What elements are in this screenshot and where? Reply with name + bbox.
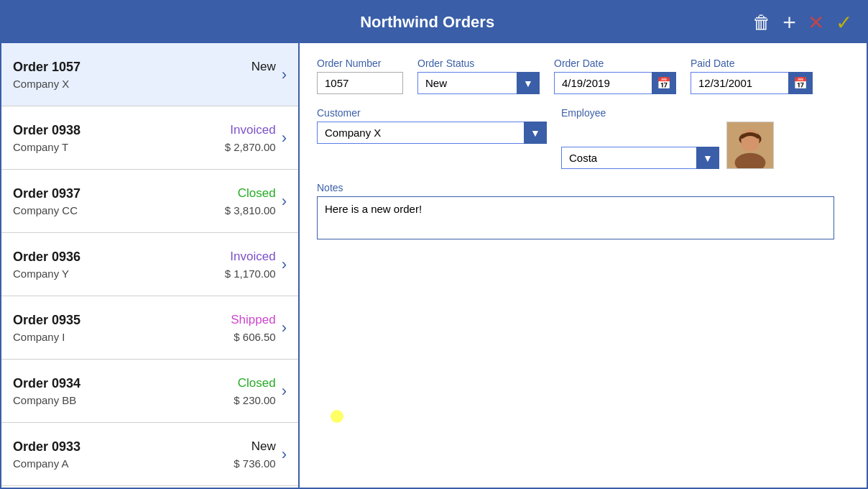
paid-date-calendar-icon[interactable]: 📅 xyxy=(788,72,813,94)
detail-row-2: Customer Company X Company T Company CC … xyxy=(317,107,849,169)
notes-label: Notes xyxy=(317,182,834,193)
employee-group: Employee Costa ▼ xyxy=(561,107,774,169)
order-date-label: Order Date xyxy=(554,58,676,69)
order-item-top: Order 0938 Invoiced xyxy=(13,123,276,138)
order-list[interactable]: Order 1057 New Company X › Order 0938 In… xyxy=(1,43,300,488)
order-number: Order 0933 xyxy=(13,439,80,454)
order-item-top: Order 0936 Invoiced xyxy=(13,250,276,265)
order-item-bottom: Company X xyxy=(13,78,276,90)
order-company: Company T xyxy=(13,141,68,153)
order-number-input[interactable] xyxy=(317,72,403,94)
order-status: Invoiced xyxy=(230,123,275,137)
order-status: Closed xyxy=(238,186,276,201)
order-company: Company Y xyxy=(13,268,69,280)
order-list-item[interactable]: Order 0933 New Company A $ 736.00 › xyxy=(1,423,298,486)
order-item-top: Order 0934 Closed xyxy=(13,376,276,391)
notes-textarea[interactable]: Here is a new order! xyxy=(317,196,834,239)
order-date-calendar-icon[interactable]: 📅 xyxy=(652,72,676,94)
order-amount: $ 736.00 xyxy=(234,457,275,470)
order-item-top: Order 1057 New xyxy=(13,60,276,75)
order-status: Shipped xyxy=(231,313,275,327)
header-actions: 🗑 + ✕ ✓ xyxy=(752,9,852,36)
order-item-content: Order 0935 Shipped Company I $ 606.50 xyxy=(13,313,276,343)
order-chevron-icon[interactable]: › xyxy=(282,65,287,84)
confirm-button[interactable]: ✓ xyxy=(836,11,852,35)
employee-photo xyxy=(726,122,774,169)
order-list-item[interactable]: Order 1057 New Company X › xyxy=(1,43,298,106)
app-header: Northwind Orders 🗑 + ✕ ✓ xyxy=(1,1,867,43)
employee-select-wrapper: Costa ▼ xyxy=(561,147,719,169)
order-date-group: Order Date 📅 xyxy=(554,58,676,94)
order-item-content: Order 0934 Closed Company BB $ 230.00 xyxy=(13,376,276,406)
order-company: Company BB xyxy=(13,394,76,406)
paid-date-group: Paid Date 📅 xyxy=(691,58,813,94)
order-list-item[interactable]: Order 0937 Closed Company CC $ 3,810.00 … xyxy=(1,170,298,233)
order-status-select-wrapper: New Invoiced Shipped Closed ▼ xyxy=(417,72,540,94)
order-status: Closed xyxy=(238,376,276,390)
detail-row-1: Order Number Order Status New Invoiced S… xyxy=(317,58,849,94)
close-button[interactable]: ✕ xyxy=(808,11,824,35)
order-item-bottom: Company T $ 2,870.00 xyxy=(13,141,276,153)
order-item-content: Order 0938 Invoiced Company T $ 2,870.00 xyxy=(13,123,276,153)
order-status-label: Order Status xyxy=(417,58,540,69)
order-company: Company I xyxy=(13,331,65,343)
order-number-group: Order Number xyxy=(317,58,403,94)
order-chevron-icon[interactable]: › xyxy=(282,129,287,147)
customer-group: Customer Company X Company T Company CC … xyxy=(317,107,547,169)
order-company: Company A xyxy=(13,457,69,470)
customer-select-wrapper: Company X Company T Company CC Company Y… xyxy=(317,122,547,144)
order-number: Order 0935 xyxy=(13,313,80,328)
order-item-top: Order 0935 Shipped xyxy=(13,313,276,328)
order-date-wrapper: 📅 xyxy=(554,72,676,94)
order-company: Company X xyxy=(13,78,69,90)
employee-row: Costa ▼ xyxy=(561,122,774,169)
order-amount: $ 230.00 xyxy=(234,394,275,406)
order-chevron-icon[interactable]: › xyxy=(282,255,287,274)
order-list-item[interactable]: Order 0935 Shipped Company I $ 606.50 › xyxy=(1,296,298,360)
order-chevron-icon[interactable]: › xyxy=(282,445,287,464)
order-chevron-icon[interactable]: › xyxy=(282,319,287,337)
order-number: Order 0937 xyxy=(13,186,80,201)
employee-label: Employee xyxy=(561,107,774,119)
order-number: Order 0938 xyxy=(13,123,80,138)
order-amount: $ 3,810.00 xyxy=(225,204,276,216)
order-number: Order 0936 xyxy=(13,250,80,265)
paid-date-label: Paid Date xyxy=(691,58,813,69)
order-number-label: Order Number xyxy=(317,58,403,69)
delete-button[interactable]: 🗑 xyxy=(752,12,771,34)
employee-select[interactable]: Costa xyxy=(561,147,719,169)
order-chevron-icon[interactable]: › xyxy=(282,382,287,401)
order-amount: $ 1,170.00 xyxy=(225,268,276,280)
order-number: Order 0934 xyxy=(13,376,80,391)
order-company: Company CC xyxy=(13,204,78,216)
add-button[interactable]: + xyxy=(782,9,796,36)
order-status-select[interactable]: New Invoiced Shipped Closed xyxy=(417,72,540,94)
order-item-bottom: Company Y $ 1,170.00 xyxy=(13,268,276,280)
order-item-top: Order 0937 Closed xyxy=(13,186,276,201)
order-item-bottom: Company A $ 736.00 xyxy=(13,457,276,470)
order-item-bottom: Company BB $ 230.00 xyxy=(13,394,276,406)
order-chevron-icon[interactable]: › xyxy=(282,192,287,211)
order-amount: $ 2,870.00 xyxy=(225,141,276,153)
notes-group: Notes Here is a new order! xyxy=(317,182,834,239)
app-container: Northwind Orders 🗑 + ✕ ✓ Order 1057 New … xyxy=(0,0,868,489)
order-list-item[interactable]: Order 0934 Closed Company BB $ 230.00 › xyxy=(1,360,298,423)
order-item-content: Order 1057 New Company X xyxy=(13,60,276,90)
order-item-bottom: Company CC $ 3,810.00 xyxy=(13,204,276,216)
customer-label: Customer xyxy=(317,107,547,119)
order-item-content: Order 0937 Closed Company CC $ 3,810.00 xyxy=(13,186,276,216)
order-item-content: Order 0936 Invoiced Company Y $ 1,170.00 xyxy=(13,250,276,280)
order-item-bottom: Company I $ 606.50 xyxy=(13,331,276,343)
customer-select[interactable]: Company X Company T Company CC Company Y… xyxy=(317,122,547,144)
order-status: New xyxy=(251,439,276,454)
order-amount: $ 606.50 xyxy=(234,331,275,343)
order-list-item[interactable]: Order 0938 Invoiced Company T $ 2,870.00… xyxy=(1,106,298,170)
paid-date-wrapper: 📅 xyxy=(691,72,813,94)
order-list-item[interactable]: Order 0936 Invoiced Company Y $ 1,170.00… xyxy=(1,233,298,296)
order-status: Invoiced xyxy=(230,250,275,264)
order-status-group: Order Status New Invoiced Shipped Closed… xyxy=(417,58,540,94)
detail-row-3: Notes Here is a new order! xyxy=(317,182,849,239)
order-item-top: Order 0933 New xyxy=(13,439,276,454)
detail-panel: Order Number Order Status New Invoiced S… xyxy=(300,43,867,488)
employee-photo-placeholder xyxy=(727,122,773,168)
